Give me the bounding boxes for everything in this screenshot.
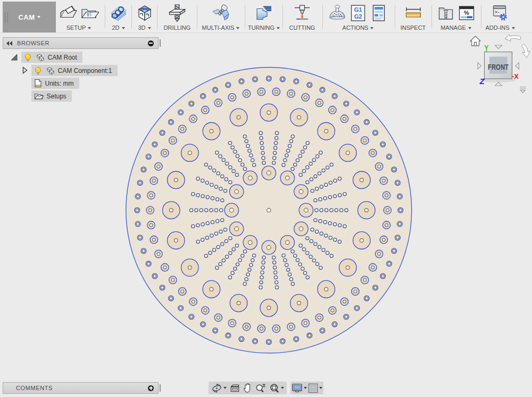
large-bores-hole[interactable]	[297, 115, 301, 119]
spoke-hole[interactable]	[299, 244, 302, 247]
spoke-hole[interactable]	[309, 255, 312, 258]
tree-node[interactable]: Setups	[31, 90, 72, 102]
spoke-hole[interactable]	[333, 222, 336, 226]
rim-small-hole[interactable]	[374, 131, 377, 134]
toolbar-group-label[interactable]: CUTTING	[284, 24, 320, 31]
inner-bores-hole[interactable]	[235, 227, 239, 231]
grid-icon[interactable]	[308, 383, 322, 393]
spoke-hole[interactable]	[310, 239, 313, 243]
rim-medium-hole[interactable]	[289, 325, 293, 328]
rim-medium-hole[interactable]	[363, 278, 367, 282]
chevron-down-icon[interactable]	[281, 387, 284, 389]
inner-bores-hole[interactable]	[230, 208, 234, 212]
add-comment-icon[interactable]	[148, 385, 154, 391]
rim-small-hole[interactable]	[333, 95, 336, 97]
tree-node-label[interactable]: CAM Component:1	[58, 67, 112, 75]
rim-small-hole[interactable]	[161, 131, 163, 134]
expander-expanded-icon[interactable]	[10, 53, 18, 61]
rim-medium-hole[interactable]	[152, 238, 155, 242]
rim-small-hole[interactable]	[147, 155, 150, 158]
spoke-hole[interactable]	[246, 144, 250, 147]
spoke-hole[interactable]	[328, 195, 331, 198]
spoke-hole[interactable]	[315, 262, 319, 266]
rim-small-hole[interactable]	[399, 209, 402, 211]
rim-small-hole[interactable]	[393, 168, 395, 171]
rim-medium-hole[interactable]	[245, 325, 248, 328]
spoke-hole[interactable]	[251, 159, 254, 162]
spoke-hole[interactable]	[338, 240, 341, 243]
spoke-hole[interactable]	[273, 156, 276, 160]
rim-medium-hole[interactable]	[343, 300, 346, 303]
scripts-addins-icon[interactable]: >-	[491, 3, 510, 22]
rim-small-hole[interactable]	[388, 155, 390, 158]
viewcube[interactable]: FRONTYZ-X	[458, 29, 532, 101]
spoke-hole[interactable]	[201, 238, 204, 241]
spoke-hole[interactable]	[319, 219, 322, 222]
spoke-hole[interactable]	[259, 131, 262, 135]
rim-medium-hole[interactable]	[148, 209, 152, 212]
rim-medium-hole[interactable]	[289, 92, 293, 95]
rim-medium-hole[interactable]	[157, 165, 160, 168]
inner-bores-hole[interactable]	[299, 189, 303, 194]
spoke-hole[interactable]	[314, 175, 317, 178]
rim-small-hole[interactable]	[365, 297, 368, 300]
rim-medium-hole[interactable]	[230, 96, 234, 99]
pan-icon[interactable]	[243, 383, 252, 393]
spoke-hole[interactable]	[241, 163, 244, 166]
rim-medium-hole[interactable]	[385, 194, 388, 197]
spoke-hole[interactable]	[296, 259, 299, 262]
spoke-hole[interactable]	[262, 256, 265, 259]
spoke-hole[interactable]	[306, 251, 309, 254]
rim-medium-hole[interactable]	[260, 327, 263, 330]
spoke-hole[interactable]	[234, 267, 237, 270]
spoke-hole[interactable]	[209, 251, 212, 254]
spoke-hole[interactable]	[272, 161, 276, 164]
spoke-hole[interactable]	[322, 249, 325, 252]
rim-medium-hole[interactable]	[204, 109, 207, 112]
comments-panel-header[interactable]: COMMENTS	[3, 382, 159, 394]
rotate-up-arrow[interactable]	[495, 82, 502, 86]
spoke-hole[interactable]	[284, 159, 287, 162]
spoke-hole[interactable]	[201, 195, 204, 198]
rim-small-hole[interactable]	[374, 286, 377, 289]
spoke-hole[interactable]	[298, 263, 302, 266]
spoke-hole[interactable]	[334, 179, 337, 182]
measure-icon[interactable]	[404, 3, 423, 22]
spoke-hole[interactable]	[287, 149, 290, 152]
rim-medium-hole[interactable]	[192, 117, 195, 120]
rim-medium-hole[interactable]	[275, 327, 278, 330]
spoke-hole[interactable]	[204, 163, 207, 166]
spoke-hole[interactable]	[294, 254, 297, 258]
rim-small-hole[interactable]	[136, 209, 138, 211]
spoke-hole[interactable]	[195, 209, 198, 212]
rotate-down-arrow[interactable]	[495, 45, 502, 49]
spoke-hole[interactable]	[325, 234, 328, 237]
spoke-hole[interactable]	[221, 243, 224, 246]
rim-small-hole[interactable]	[153, 275, 156, 277]
spoke-hole[interactable]	[273, 151, 277, 154]
spoke-hole[interactable]	[241, 254, 244, 258]
rim-small-hole[interactable]	[227, 84, 229, 86]
rim-medium-hole[interactable]	[204, 309, 207, 312]
spoke-hole[interactable]	[253, 254, 256, 257]
spoke-hole[interactable]	[325, 183, 328, 186]
rim-small-hole[interactable]	[268, 341, 270, 343]
rim-medium-hole[interactable]	[318, 316, 321, 319]
rim-small-hole[interactable]	[345, 316, 347, 318]
spoke-hole[interactable]	[250, 154, 253, 157]
toolbar-group-label[interactable]: INSPECT	[396, 24, 430, 31]
spoke-hole[interactable]	[294, 163, 297, 166]
spoke-hole[interactable]	[248, 268, 251, 271]
spoke-hole[interactable]	[229, 251, 232, 254]
rim-medium-hole[interactable]	[354, 127, 357, 130]
spoke-hole[interactable]	[217, 245, 220, 249]
inner-bores-hole[interactable]	[267, 245, 271, 250]
spoke-hole[interactable]	[275, 281, 278, 284]
inner-bores-hole[interactable]	[267, 171, 271, 175]
spoke-hole[interactable]	[236, 263, 239, 266]
spoke-hole[interactable]	[315, 187, 319, 191]
rim-small-hole[interactable]	[214, 329, 217, 332]
spoke-hole[interactable]	[275, 136, 278, 139]
spoke-hole[interactable]	[323, 196, 327, 200]
spoke-hole[interactable]	[329, 236, 332, 239]
